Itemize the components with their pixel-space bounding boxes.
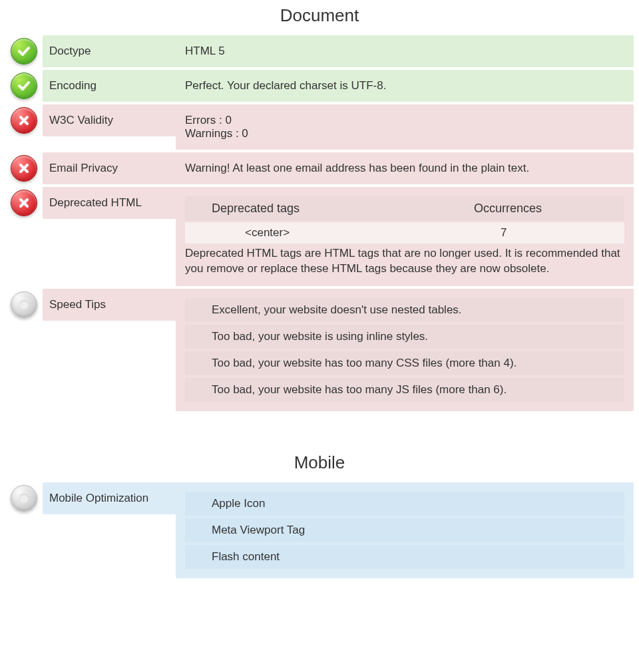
row-label: W3C Validity xyxy=(43,104,176,136)
neutral-icon xyxy=(11,291,37,318)
row-value: HTML 5 xyxy=(176,35,634,67)
tip-text: Too bad, your website is using inline st… xyxy=(212,330,428,343)
cross-icon xyxy=(11,155,37,182)
row-mobile-optimization: Mobile Optimization Apple Icon Meta View… xyxy=(5,482,634,578)
list-item: Apple Icon xyxy=(185,492,624,516)
tip-text: Apple Icon xyxy=(212,497,265,510)
row-label: Deprecated HTML xyxy=(43,187,176,219)
w3c-warnings: Warnings : 0 xyxy=(185,127,624,140)
cross-icon xyxy=(11,190,37,216)
list-item: Too bad, your website has too many JS fi… xyxy=(185,378,624,402)
deprecated-note: Deprecated HTML tags are HTML tags that … xyxy=(185,246,624,277)
list-item: Excellent, your website doesn't use nest… xyxy=(185,298,624,322)
row-doctype: Doctype HTML 5 xyxy=(5,35,634,67)
row-deprecated-html: Deprecated HTML Deprecated tags Occurren… xyxy=(5,187,634,286)
table-header: Deprecated tags Occurrences xyxy=(185,196,624,221)
cross-icon xyxy=(192,357,204,369)
list-item: Meta Viewport Tag xyxy=(185,518,624,542)
row-email-privacy: Email Privacy Warning! At least one emai… xyxy=(5,152,634,184)
col-header-occurrences: Occurrences xyxy=(447,202,618,216)
cross-icon xyxy=(11,107,37,134)
row-label: Encoding xyxy=(43,70,176,102)
tip-text: Meta Viewport Tag xyxy=(212,524,305,537)
row-value: Errors : 0 Warnings : 0 xyxy=(176,104,634,150)
row-label: Doctype xyxy=(43,35,176,67)
check-icon xyxy=(11,38,37,65)
list-item: Flash content xyxy=(185,545,624,569)
deprecated-table: Deprecated tags Occurrences <center> 7 xyxy=(185,196,624,244)
col-header-tags: Deprecated tags xyxy=(192,202,447,216)
row-value: Excellent, your website doesn't use nest… xyxy=(176,289,634,411)
list-item: Too bad, your website has too many CSS f… xyxy=(185,351,624,375)
tip-text: Too bad, your website has too many CSS f… xyxy=(212,357,517,370)
check-icon xyxy=(11,73,37,99)
speed-tip-list: Excellent, your website doesn't use nest… xyxy=(185,298,624,402)
row-value: Warning! At least one email address has … xyxy=(176,152,634,184)
row-encoding: Encoding Perfect. Your declared charset … xyxy=(5,70,634,102)
section-title-document: Document xyxy=(0,0,639,33)
w3c-errors: Errors : 0 xyxy=(185,114,624,127)
cross-icon xyxy=(192,384,204,396)
row-label: Mobile Optimization xyxy=(43,482,176,514)
tip-text: Flash content xyxy=(212,550,280,564)
tip-text: Excellent, your website doesn't use nest… xyxy=(212,303,462,317)
tip-text: Too bad, your website has too many JS fi… xyxy=(212,383,507,397)
deprecated-count-cell: 7 xyxy=(447,226,618,240)
mobile-item-list: Apple Icon Meta Viewport Tag Flash conte… xyxy=(185,492,624,569)
check-icon xyxy=(192,524,204,536)
neutral-icon xyxy=(11,485,37,512)
list-item: Too bad, your website is using inline st… xyxy=(185,325,624,349)
check-icon xyxy=(192,551,204,563)
deprecated-tag-cell: <center> xyxy=(192,226,447,240)
section-title-mobile: Mobile xyxy=(0,447,639,480)
check-icon xyxy=(192,304,204,316)
cross-icon xyxy=(192,498,204,510)
row-value: Apple Icon Meta Viewport Tag Flash conte… xyxy=(176,482,634,578)
row-label: Email Privacy xyxy=(43,152,176,184)
row-label: Speed Tips xyxy=(43,289,176,321)
row-value: Perfect. Your declared charset is UTF-8. xyxy=(176,70,634,102)
table-row: <center> 7 xyxy=(185,222,624,244)
row-value: Deprecated tags Occurrences <center> 7 D… xyxy=(176,187,634,286)
cross-icon xyxy=(192,331,204,343)
row-w3c-validity: W3C Validity Errors : 0 Warnings : 0 xyxy=(5,104,634,150)
row-speed-tips: Speed Tips Excellent, your website doesn… xyxy=(5,289,634,411)
